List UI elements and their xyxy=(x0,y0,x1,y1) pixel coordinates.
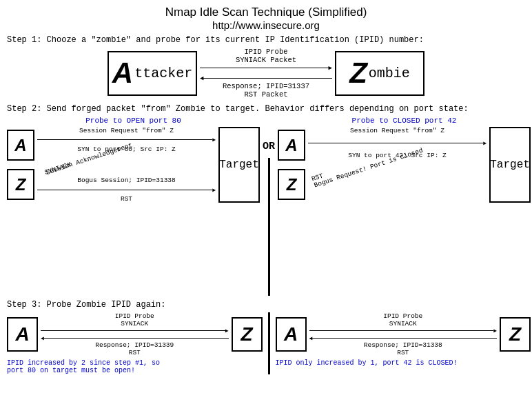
step3-right-arrows: IPID Probe SYNIACK ▶ ◀ Response; IPID=31… xyxy=(307,312,500,356)
s3l-line2 xyxy=(44,338,229,339)
step2-left: Probe to OPEN port 80 A Z Session Reques… xyxy=(7,117,260,203)
step3-label: Step 3: Probe Zombie IPID again: xyxy=(7,300,525,310)
right-a-node: A xyxy=(278,130,305,161)
s3l-a1: IPID Probe xyxy=(41,312,229,320)
step3-divider xyxy=(268,312,270,374)
right-target-box: Target xyxy=(489,127,531,203)
step2-right-sublabel: Probe to CLOSED port 42 xyxy=(278,117,531,125)
step2-right-diagram: A Z Session Request "from" Z ▶ SYN to po… xyxy=(278,127,531,203)
step3-right-a: A xyxy=(276,317,307,352)
s3r-a4: RST xyxy=(309,349,498,356)
left-msg4: RST xyxy=(37,195,216,203)
step3-container: A IPID Probe SYNIACK ▶ ◀ Response; IPID=… xyxy=(7,312,531,374)
right-spacer xyxy=(308,189,487,203)
line1 xyxy=(200,68,329,68)
s3l-a3: Response; IPID=31339 xyxy=(41,341,229,349)
or-label: OR xyxy=(263,141,275,152)
s3r-arr2: ◀ xyxy=(309,335,498,341)
left-az-nodes: A Z xyxy=(7,130,34,200)
r1 xyxy=(308,143,483,143)
title-line2: http://www.insecure.org xyxy=(7,19,525,31)
step2-right: Probe to CLOSED port 42 A Z Session Requ… xyxy=(278,117,531,203)
page-container: Nmap Idle Scan Technique (Simplified) ht… xyxy=(0,0,532,380)
left-diag-section: Session Acknowledgement SYNIACK xyxy=(37,155,216,174)
step3-left-note: IPID increased by 2 since step #1, so po… xyxy=(7,359,241,374)
left-z-node: Z xyxy=(7,169,34,200)
attacker-letter: A xyxy=(112,57,133,90)
arrow1-label: IPID Probe xyxy=(200,48,332,56)
arh3: ▶ xyxy=(212,187,216,193)
step3-right: A IPID Probe SYNIACK ▶ ◀ Response; IPID=… xyxy=(276,312,531,374)
step3-right-diagram: A IPID Probe SYNIACK ▶ ◀ Response; IPID=… xyxy=(276,312,531,356)
rarh1: ▶ xyxy=(483,140,487,146)
title-section: Nmap Idle Scan Technique (Simplified) ht… xyxy=(7,6,525,31)
s3l-note-text: IPID increased by 2 since step #1, so po… xyxy=(7,359,160,374)
right-diag-section: Bogus Request! Port is closed RST xyxy=(308,164,487,183)
step2-container: Probe to OPEN port 80 A Z Session Reques… xyxy=(7,117,531,296)
arrow4-label: RST Packet xyxy=(200,90,332,99)
arrowhead-right-1: ▶ xyxy=(329,64,332,72)
s3r-arr1: ▶ xyxy=(309,328,498,334)
s3r-line2 xyxy=(312,338,497,339)
s3r-rh1: ▶ xyxy=(493,328,497,334)
right-msg1: Session Request "from" Z xyxy=(308,127,487,134)
step2-label: Step 2: Send forged packet "from" Zombie… xyxy=(7,104,525,114)
arrow-right-1: ▶ xyxy=(200,64,332,72)
s3r-a1: IPID Probe xyxy=(309,312,498,320)
or-section: OR xyxy=(260,117,278,296)
s3l-rh1: ▶ xyxy=(225,328,229,334)
arrow2-label: SYNIACK Packet xyxy=(200,56,332,64)
left-target-box: Target xyxy=(218,127,260,203)
left-msg1: Session Request "from" Z xyxy=(37,127,216,134)
step3-left: A IPID Probe SYNIACK ▶ ◀ Response; IPID=… xyxy=(7,312,263,374)
step2-left-sublabel: Probe to OPEN port 80 xyxy=(7,117,260,125)
right-z-node: Z xyxy=(278,169,305,200)
attacker-box: A ttacker xyxy=(108,51,197,96)
s3r-note-text: IPID only increased by 1, port 42 is CLO… xyxy=(276,359,458,367)
s3r-line1 xyxy=(309,330,494,331)
arrow3-label: Response; IPID=31337 xyxy=(200,82,332,90)
arrow-left-1: ◀ xyxy=(200,74,332,82)
right-arrow1: ▶ xyxy=(308,140,487,146)
arh1: ▶ xyxy=(212,137,216,143)
left-arrow3: ▶ xyxy=(37,187,216,193)
step3-left-a: A xyxy=(7,317,38,352)
title-line1: Nmap Idle Scan Technique (Simplified) xyxy=(7,6,525,19)
step3-left-z: Z xyxy=(232,317,263,352)
attacker-label: ttacker xyxy=(134,66,192,81)
step1-diagram: A ttacker IPID Probe SYNIACK Packet ▶ ◀ … xyxy=(7,48,525,99)
s3l-line1 xyxy=(41,330,225,331)
step3-left-arrows: IPID Probe SYNIACK ▶ ◀ Response; IPID=31… xyxy=(38,312,232,356)
l3 xyxy=(37,190,212,190)
step3-left-diagram: A IPID Probe SYNIACK ▶ ◀ Response; IPID=… xyxy=(7,312,263,356)
s3l-a4: RST xyxy=(41,349,229,356)
step3-right-note: IPID only increased by 1, port 42 is CLO… xyxy=(276,359,510,367)
l1 xyxy=(37,139,212,140)
step1-label: Step 1: Chooze a "zombie" and probe for … xyxy=(7,35,525,45)
step2-left-diagram: A Z Session Request "from" Z ▶ SYN to po… xyxy=(7,127,260,203)
right-az-nodes: A Z xyxy=(278,130,305,200)
zombie-box: Z ombie xyxy=(335,51,424,96)
s3r-a3: Response; IPID=31338 xyxy=(309,341,498,349)
vertical-divider xyxy=(268,158,270,296)
line2 xyxy=(203,78,332,79)
step3-right-z: Z xyxy=(500,317,531,352)
s3l-a2: SYNIACK xyxy=(41,320,229,328)
s3r-a2: SYNIACK xyxy=(309,320,498,328)
zombie-label: ombie xyxy=(369,66,410,81)
s3l-arr2: ◀ xyxy=(41,335,229,341)
right-arrows: Session Request "from" Z ▶ SYN to port 4… xyxy=(305,127,489,203)
s3l-arr1: ▶ xyxy=(41,328,229,334)
left-a-node: A xyxy=(7,130,34,161)
step1-arrows: IPID Probe SYNIACK Packet ▶ ◀ Response; … xyxy=(197,48,335,99)
left-diag2: SYNIACK xyxy=(43,161,72,177)
left-msg3: Bogus Session; IPID=31338 xyxy=(37,177,216,184)
zombie-letter: Z xyxy=(349,57,367,90)
left-arrows: Session Request "from" Z ▶ SYN to port 8… xyxy=(34,127,218,203)
